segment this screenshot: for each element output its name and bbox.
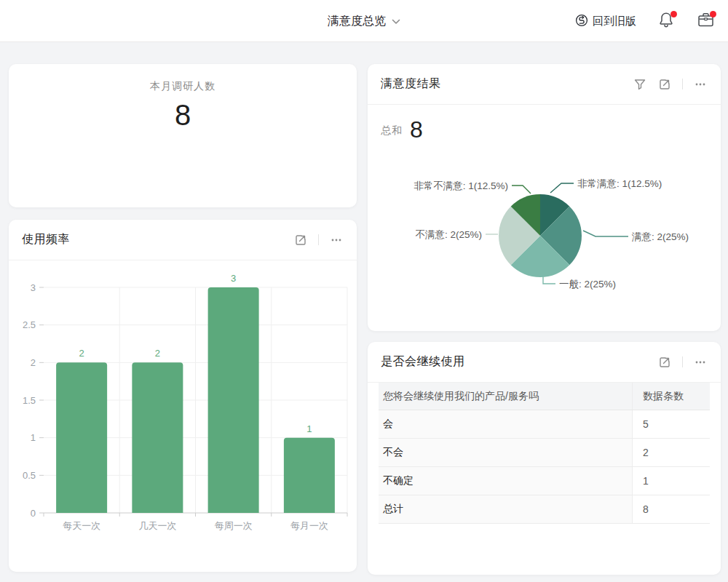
export-icon[interactable] — [657, 77, 672, 92]
x-axis-label: 每天一次 — [63, 520, 100, 531]
pie-label: 满意: 2(25%) — [631, 231, 689, 242]
bar-value-label: 3 — [231, 273, 236, 284]
row-label: 不确定 — [379, 467, 632, 495]
card-title: 是否会继续使用 — [381, 354, 465, 370]
svg-text:0: 0 — [31, 508, 36, 519]
x-axis-label: 每周一次 — [215, 520, 253, 531]
divider — [682, 356, 683, 367]
table-row: 会 5 — [379, 410, 710, 439]
bar-value-label: 1 — [306, 423, 312, 434]
table-header-count: 数据条数 — [632, 383, 710, 410]
x-axis-label: 每月一次 — [290, 520, 328, 531]
table-row: 不确定 1 — [379, 467, 710, 495]
back-to-old-label: 回到旧版 — [593, 15, 636, 28]
continue-use-card: 是否会继续使用 您将会继续使用我们的产品/服务吗 数据条数 会 5 — [368, 342, 721, 575]
table-row: 不会 2 — [379, 439, 710, 467]
svg-text:3: 3 — [31, 282, 36, 293]
bar-chart: 00.511.522.532每天一次2几天一次3每周一次1每月一次 — [9, 263, 357, 563]
stat-value: 8 — [175, 99, 191, 132]
bar — [56, 362, 107, 513]
pie-label: 一般: 2(25%) — [559, 279, 616, 290]
pie-callout-line — [583, 231, 628, 236]
bar — [132, 362, 183, 513]
svg-text:1: 1 — [31, 432, 36, 443]
pie-label: 非常满意: 1(12.5%) — [577, 178, 662, 189]
stat-title: 本月调研人数 — [150, 80, 215, 93]
total-value: 8 — [410, 118, 423, 141]
pie-label: 非常不满意: 1(12.5%) — [414, 180, 508, 191]
row-label: 会 — [379, 410, 632, 438]
more-icon[interactable] — [693, 77, 708, 92]
card-title: 满意度结果 — [381, 76, 441, 92]
more-icon[interactable] — [329, 233, 344, 247]
notifications-button[interactable] — [657, 12, 676, 31]
results-table: 您将会继续使用我们的产品/服务吗 数据条数 会 5 不会 2 不确定 1 总计 … — [379, 383, 710, 524]
table-header-row: 您将会继续使用我们的产品/服务吗 数据条数 — [379, 383, 710, 410]
bar — [284, 438, 335, 513]
monthly-respondents-card: 本月调研人数 8 — [9, 64, 357, 207]
svg-text:1.5: 1.5 — [23, 395, 36, 406]
row-value: 1 — [632, 467, 710, 495]
export-icon[interactable] — [657, 355, 672, 370]
row-label: 不会 — [379, 439, 632, 466]
pie-label: 不满意: 2(25%) — [415, 229, 482, 240]
usage-frequency-card: 使用频率 00.511.522.532每天一次2几天一次3每周一次1每月一次 — [9, 220, 357, 572]
switch-version-icon — [575, 14, 588, 29]
svg-text:2.5: 2.5 — [23, 319, 36, 330]
svg-text:2: 2 — [31, 357, 36, 368]
row-value: 8 — [632, 495, 710, 523]
bar — [208, 287, 259, 513]
pie-chart: 非常满意: 1(12.5%)满意: 2(25%)一般: 2(25%)不满意: 2… — [368, 164, 721, 303]
filter-icon[interactable] — [633, 77, 647, 92]
row-value: 5 — [632, 410, 710, 438]
table-row: 总计 8 — [379, 495, 710, 524]
bar-value-label: 2 — [155, 348, 160, 359]
bar-value-label: 2 — [79, 348, 84, 359]
divider — [318, 234, 319, 245]
pie-callout-line — [550, 183, 574, 193]
more-icon[interactable] — [693, 355, 708, 370]
satisfaction-result-card: 满意度结果 总和 8 非常满意: 1(12.5% — [368, 64, 721, 331]
back-to-old-version-button[interactable]: 回到旧版 — [575, 14, 636, 29]
page-title: 满意度总览 — [328, 14, 386, 29]
card-title: 使用频率 — [22, 232, 70, 247]
row-label: 总计 — [379, 495, 632, 523]
pie-callout-line — [512, 186, 531, 194]
workbench-button[interactable] — [696, 12, 715, 31]
total-label: 总和 — [381, 124, 403, 141]
table-header-question: 您将会继续使用我们的产品/服务吗 — [379, 390, 632, 403]
workbench-badge — [710, 11, 716, 17]
export-icon[interactable] — [293, 233, 308, 247]
row-value: 2 — [632, 439, 710, 466]
notification-badge — [670, 11, 677, 17]
x-axis-label: 几天一次 — [138, 520, 176, 531]
chevron-down-icon — [392, 15, 400, 28]
top-header: 满意度总览 回到旧版 — [0, 0, 728, 42]
svg-text:0.5: 0.5 — [23, 470, 36, 481]
divider — [682, 79, 683, 89]
